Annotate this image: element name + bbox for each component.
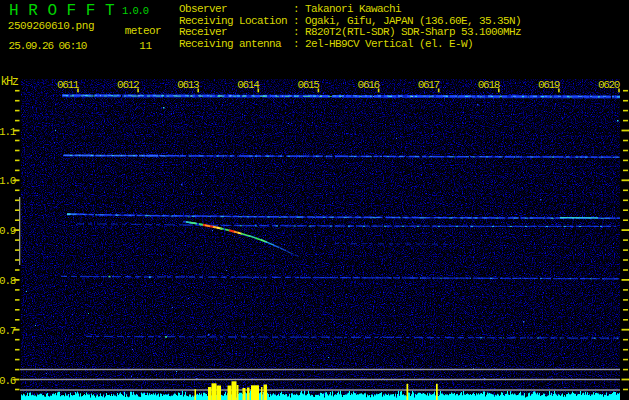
svg-text:0614: 0614 (237, 79, 260, 91)
svg-text:Receiving Location : Ogaki, Gi: Receiving Location : Ogaki, Gifu, JAPAN … (179, 15, 521, 27)
svg-text:1.1: 1.1 (0, 126, 17, 138)
svg-text:0612: 0612 (117, 79, 139, 91)
svg-text:0620: 0620 (598, 79, 620, 91)
svg-text:0611: 0611 (57, 79, 80, 91)
svg-text:2509260610.png: 2509260610.png (8, 20, 94, 32)
svg-text:0.8: 0.8 (0, 275, 16, 287)
svg-text:0619: 0619 (538, 79, 560, 91)
svg-text:0618: 0618 (478, 79, 500, 91)
svg-text:meteor: meteor (125, 25, 161, 37)
svg-text:Receiver : R820T2(RT: Receiver : R820T2(RTL-SDR) SDR-Sharp 53.… (179, 26, 521, 38)
svg-text:0613: 0613 (177, 79, 199, 91)
svg-text:1.0: 1.0 (0, 175, 16, 187)
svg-text:H R O F F T: H R O F F T (9, 2, 115, 20)
svg-text:0.9: 0.9 (0, 225, 16, 237)
svg-text:25.09.26 06:10: 25.09.26 06:10 (9, 40, 87, 52)
svg-text:0.6: 0.6 (0, 375, 16, 387)
svg-text:Observer : Takanori: Observer : Takanori Kawachi (179, 3, 402, 15)
svg-text:0616: 0616 (358, 79, 380, 91)
svg-text:1.0.0: 1.0.0 (122, 5, 149, 17)
svg-text:0.7: 0.7 (0, 325, 16, 337)
svg-text:11: 11 (139, 40, 152, 52)
svg-text:0615: 0615 (297, 79, 319, 91)
svg-text:0617: 0617 (418, 79, 440, 91)
svg-text:Receiving antenna : 2el-HB9CV: Receiving antenna : 2el-HB9CV Vertical (… (179, 38, 473, 50)
svg-text:kHz: kHz (1, 75, 19, 89)
